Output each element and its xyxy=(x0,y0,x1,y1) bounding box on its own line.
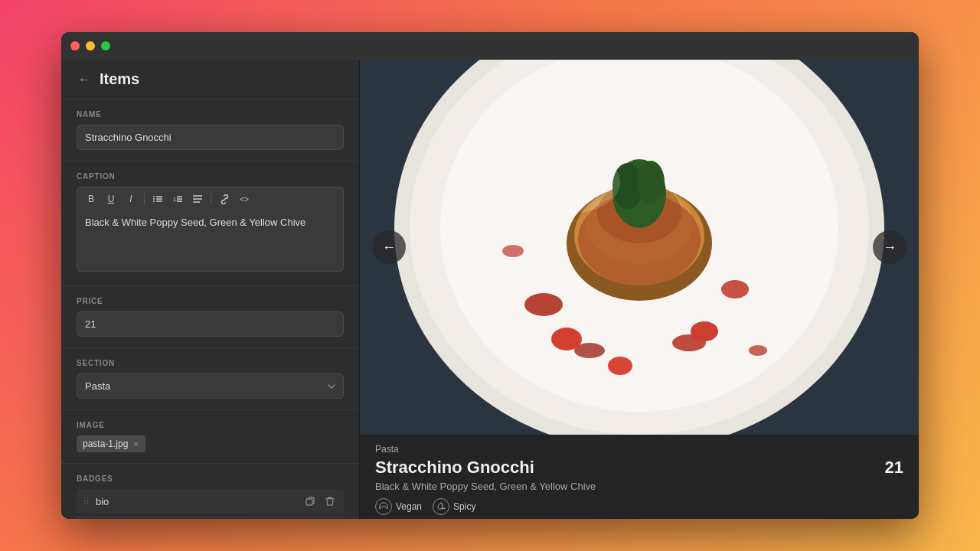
svg-point-0 xyxy=(153,196,155,197)
name-section: NAME xyxy=(61,99,359,161)
image-filename: pasta-1.jpg xyxy=(83,439,128,449)
code-button[interactable]: <> xyxy=(235,191,253,207)
left-panel: ← Items NAME CAPTION B U I xyxy=(61,60,360,519)
image-tag: pasta-1.jpg × xyxy=(77,435,145,452)
badges-label: BADGES xyxy=(77,474,344,483)
svg-point-25 xyxy=(551,328,582,350)
bold-button[interactable]: B xyxy=(82,191,100,207)
prev-arrow-button[interactable]: ← xyxy=(372,230,406,264)
preview-item-price: 21 xyxy=(885,458,903,478)
svg-point-35 xyxy=(637,161,665,204)
image-section: IMAGE pasta-1.jpg × xyxy=(61,410,359,464)
badge-vegan: Vegan xyxy=(375,498,422,515)
caption-input[interactable]: Black & White Poppy Seed, Green & Yellow… xyxy=(77,210,344,272)
caption-section: CAPTION B U I xyxy=(61,161,359,286)
svg-point-4 xyxy=(153,201,155,202)
ol-button[interactable]: 1. xyxy=(168,191,187,207)
vegan-label: Vegan xyxy=(396,501,422,512)
underline-button[interactable]: U xyxy=(102,191,120,207)
preview-caption: Black & White Poppy Seed, Green & Yellow… xyxy=(375,481,903,492)
drag-handle-bio[interactable]: ⠿ xyxy=(83,496,90,507)
svg-point-26 xyxy=(691,321,718,341)
svg-point-19 xyxy=(524,293,563,316)
svg-point-20 xyxy=(721,280,749,298)
badge-list: ⠿ bio xyxy=(77,489,344,519)
align-button[interactable] xyxy=(188,191,207,207)
preview-item-name: Stracchino Gnocchi xyxy=(375,458,534,478)
app-window: ← Items NAME CAPTION B U I xyxy=(61,32,919,519)
badge-actions-bio xyxy=(302,494,338,509)
caption-label: CAPTION xyxy=(77,172,344,181)
section-section: SECTION Pasta xyxy=(61,348,359,410)
minimize-dot[interactable] xyxy=(86,41,95,51)
vegan-icon xyxy=(375,498,392,515)
svg-point-24 xyxy=(749,345,767,356)
section-label: SECTION xyxy=(77,359,344,367)
image-remove-button[interactable]: × xyxy=(132,439,139,449)
price-label: PRICE xyxy=(77,297,344,305)
image-label: IMAGE xyxy=(77,421,344,429)
ul-button[interactable] xyxy=(149,191,167,207)
food-image xyxy=(360,60,919,435)
right-panel: ← → Pasta Stracchino Gnocchi 21 Black & … xyxy=(360,60,919,519)
toolbar-divider-1 xyxy=(144,193,145,205)
spicy-icon xyxy=(433,498,449,515)
badge-name-bio: bio xyxy=(96,496,296,507)
badge-duplicate-bio[interactable] xyxy=(302,494,318,509)
svg-point-2 xyxy=(153,198,155,200)
badge-item-bio: ⠿ bio xyxy=(77,489,344,514)
link-button[interactable] xyxy=(215,191,234,207)
preview-info: Pasta Stracchino Gnocchi 21 Black & Whit… xyxy=(360,435,919,519)
preview-category: Pasta xyxy=(375,444,903,455)
toolbar-divider-2 xyxy=(211,193,211,205)
titlebar xyxy=(61,32,919,60)
name-label: NAME xyxy=(77,110,344,119)
spicy-label: Spicy xyxy=(453,501,475,512)
page-title: Items xyxy=(100,70,139,88)
fullscreen-dot[interactable] xyxy=(101,41,110,51)
svg-point-23 xyxy=(502,245,524,257)
svg-point-36 xyxy=(528,152,620,213)
panel-header: ← Items xyxy=(61,60,359,99)
svg-rect-13 xyxy=(306,499,312,505)
price-section: PRICE xyxy=(61,286,359,348)
name-input[interactable] xyxy=(77,125,344,150)
next-arrow-button[interactable]: → xyxy=(873,230,906,264)
preview-name-row: Stracchino Gnocchi 21 xyxy=(375,458,903,478)
svg-point-27 xyxy=(608,357,632,375)
close-dot[interactable] xyxy=(70,41,80,51)
italic-button[interactable]: I xyxy=(122,191,140,207)
badge-delete-bio[interactable] xyxy=(322,494,338,509)
section-select[interactable]: Pasta xyxy=(77,373,344,399)
price-input[interactable] xyxy=(77,311,344,337)
badge-item-pepper: ⠿ pepper xyxy=(77,517,344,519)
preview-badges-row: Vegan Spicy xyxy=(375,498,903,515)
badges-section: BADGES ⠿ bio xyxy=(61,464,359,519)
main-content: ← Items NAME CAPTION B U I xyxy=(61,60,919,519)
preview-image-container: ← → xyxy=(360,60,919,435)
back-button[interactable]: ← xyxy=(77,72,92,87)
caption-toolbar: B U I xyxy=(77,187,344,210)
badge-spicy: Spicy xyxy=(433,498,475,515)
